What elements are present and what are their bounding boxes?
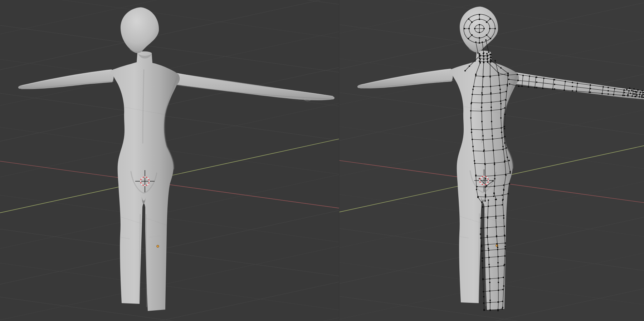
vertex-dot xyxy=(485,195,486,197)
vertex-dot xyxy=(487,244,489,245)
viewport-svg[interactable] xyxy=(0,0,644,321)
vertex-dot xyxy=(468,28,470,29)
vertex-dot xyxy=(487,216,488,218)
vertex-dot xyxy=(504,107,506,109)
vertex-dot xyxy=(565,81,566,82)
viewport-canvas[interactable] xyxy=(0,0,644,321)
vertex-dot xyxy=(483,296,484,297)
vertex-dot xyxy=(482,260,483,262)
vertex-dot xyxy=(489,61,491,63)
vertex-dot xyxy=(634,93,636,95)
vertex-dot xyxy=(502,308,503,310)
vertex-dot xyxy=(507,157,508,158)
vertex-dot xyxy=(501,132,502,133)
vertex-dot xyxy=(601,93,603,94)
vertex-dot xyxy=(471,34,473,36)
vertex-dot xyxy=(504,161,505,163)
vertex-dot xyxy=(487,58,488,59)
vertex-dot xyxy=(486,21,487,23)
vertex-dot xyxy=(483,28,485,29)
vertex-dot xyxy=(475,41,477,43)
vertex-dot xyxy=(475,75,477,76)
vertex-dot xyxy=(479,60,480,62)
vertex-dot xyxy=(464,28,465,29)
vertex-dot xyxy=(483,291,484,292)
vertex-dot xyxy=(489,266,490,268)
vertex-dot xyxy=(495,217,497,219)
vertex-dot xyxy=(491,102,492,103)
vertex-dot xyxy=(479,14,480,15)
vertex-dot xyxy=(504,242,506,244)
vertex-dot xyxy=(576,90,577,92)
vertex-dot xyxy=(608,90,609,92)
vertex-dot xyxy=(637,89,639,91)
vertex-dot xyxy=(572,90,573,92)
vertex-dot xyxy=(475,175,477,177)
vertex-dot xyxy=(639,94,640,95)
vertex-dot xyxy=(482,279,484,280)
vertex-dot xyxy=(482,41,483,43)
vertex-dot xyxy=(479,58,480,59)
vertex-dot xyxy=(476,186,478,187)
vertex-dot xyxy=(553,79,555,80)
vertex-dot xyxy=(472,139,473,140)
vertex-dot xyxy=(505,99,506,100)
vertex-dot xyxy=(504,142,506,144)
vertex-dot xyxy=(474,28,475,29)
vertex-dot xyxy=(483,76,484,77)
vertex-dot xyxy=(485,186,486,188)
vertex-dot xyxy=(504,136,506,137)
vertex-dot xyxy=(483,150,484,152)
vertex-dot xyxy=(490,38,491,39)
vertex-dot xyxy=(499,89,501,90)
vertex-dot xyxy=(572,86,573,87)
vertex-dot xyxy=(643,94,644,95)
vertex-dot xyxy=(479,24,480,25)
vertex-dot xyxy=(503,215,504,216)
vertex-dot xyxy=(577,83,578,84)
vertex-dot xyxy=(481,201,483,203)
vertex-dot xyxy=(613,94,614,95)
vertex-dot xyxy=(504,126,505,127)
vertex-dot xyxy=(472,89,474,90)
vertex-dot xyxy=(480,228,482,229)
vertex-dot xyxy=(488,206,489,207)
vertex-dot xyxy=(502,289,504,290)
vertex-dot xyxy=(491,110,492,111)
vertex-dot xyxy=(481,110,482,112)
vertex-dot xyxy=(505,174,506,175)
vertex-dot xyxy=(509,171,511,172)
vertex-dot xyxy=(552,88,553,90)
vertex-dot xyxy=(503,265,505,266)
vertex-dot xyxy=(471,21,473,23)
vertex-dot xyxy=(470,117,472,119)
vertex-dot xyxy=(480,233,481,235)
vertex-dot xyxy=(503,184,504,186)
vertex-dot xyxy=(479,37,480,39)
vertex-dot xyxy=(482,257,483,259)
vertex-dot xyxy=(485,39,487,41)
vertex-dot xyxy=(498,290,499,291)
vertex-dot xyxy=(564,89,565,91)
vertex-dot xyxy=(509,172,511,174)
vertex-dot xyxy=(472,94,473,95)
vertex-dot xyxy=(490,57,492,58)
vertex-dot xyxy=(489,18,491,20)
vertex-dot xyxy=(496,226,497,228)
vertex-dot xyxy=(482,94,483,95)
vertex-dot xyxy=(483,58,484,60)
vertex-dot xyxy=(614,88,615,89)
vertex-dot xyxy=(494,186,495,187)
vertex-dot xyxy=(643,97,644,98)
vertex-dot xyxy=(624,92,625,93)
vertex-dot xyxy=(495,216,497,217)
vertex-dot xyxy=(590,84,591,86)
vertex-dot xyxy=(482,267,483,268)
vertex-dot xyxy=(503,277,504,278)
vertex-dot xyxy=(481,107,482,108)
vertex-dot xyxy=(554,88,555,90)
vertex-dot xyxy=(498,277,499,279)
vertex-dot xyxy=(494,60,496,61)
vertex-dot xyxy=(483,310,485,311)
vertex-dot xyxy=(497,301,499,303)
